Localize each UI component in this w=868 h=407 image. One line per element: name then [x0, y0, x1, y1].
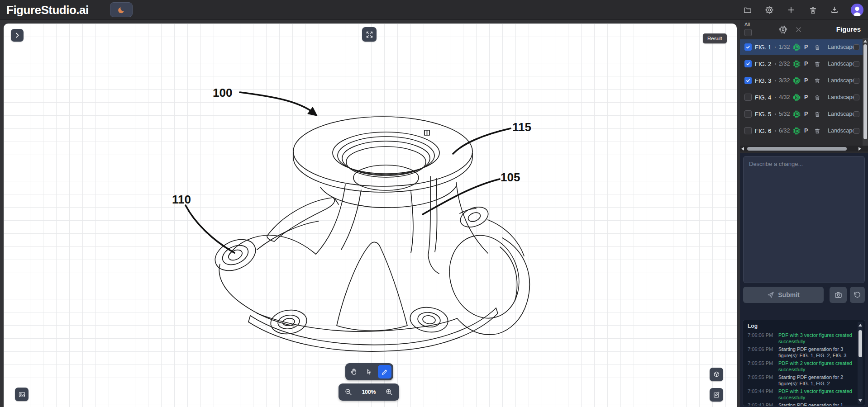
settings-button[interactable]: [764, 5, 775, 15]
figure-delete-icon[interactable]: [814, 128, 820, 134]
figure-orientation-label: Landscape: [828, 44, 853, 50]
figure-name: FIG. 5: [755, 111, 774, 118]
pan-tool-button[interactable]: [347, 365, 361, 379]
figure-delete-icon[interactable]: [814, 44, 820, 51]
draw-tool-button[interactable]: [378, 365, 391, 379]
theme-toggle-button[interactable]: [110, 2, 133, 17]
landscape-checkbox[interactable]: [854, 128, 859, 134]
folder-icon: [743, 5, 752, 14]
figure-checkbox[interactable]: [744, 77, 752, 84]
figure-row[interactable]: FIG. 2 2/32 P Landscape: [740, 56, 863, 71]
vectorize-chip-icon[interactable]: [793, 127, 801, 135]
vectorize-chip-icon[interactable]: [793, 60, 801, 68]
user-avatar[interactable]: [851, 4, 863, 16]
app-logo: FigureStudio.ai: [6, 3, 89, 17]
scroll-up-arrow-icon[interactable]: [863, 40, 867, 43]
vectorize-chip-icon[interactable]: [793, 43, 801, 51]
download-button[interactable]: [829, 5, 840, 15]
annotate-button[interactable]: [710, 388, 723, 402]
figure-name: FIG. 6: [755, 128, 774, 134]
process-all-button[interactable]: [779, 25, 787, 34]
figure-list-hscrollbar[interactable]: [740, 146, 868, 151]
folder-button[interactable]: [742, 5, 753, 15]
figure-row[interactable]: FIG. 5 5/32 P Landscape: [740, 106, 863, 122]
figure-checkbox[interactable]: [744, 43, 752, 51]
figure-row[interactable]: FIG. 3 3/32 P Landscape: [740, 73, 863, 88]
figure-row[interactable]: FIG. 6 6/32 P Landscape: [740, 123, 863, 138]
gear-icon: [765, 5, 774, 14]
figure-checkbox[interactable]: [744, 60, 752, 67]
delete-button[interactable]: [807, 5, 818, 15]
figure-delete-icon[interactable]: [814, 94, 820, 101]
sidebar-title: Figures: [836, 25, 861, 33]
select-tool-button[interactable]: [362, 365, 376, 379]
figure-name: FIG. 3: [755, 77, 774, 84]
figure-p-label: P: [804, 94, 809, 100]
log-scrollbar[interactable]: [858, 322, 863, 404]
image-export-button[interactable]: [15, 388, 29, 401]
figure-page-count: 4/32: [779, 94, 792, 100]
figure-row[interactable]: FIG. 4 4/32 P Landscape: [740, 90, 863, 105]
figure-page-count: 3/32: [779, 77, 792, 84]
reset-button[interactable]: [850, 287, 865, 303]
log-timestamp: 7:05:55 PM: [748, 374, 776, 387]
download-icon: [830, 5, 839, 14]
landscape-checkbox[interactable]: [854, 78, 859, 84]
drawing-canvas[interactable]: 100 115 105 110 Result: [4, 24, 737, 407]
figure-checkbox[interactable]: [744, 94, 752, 101]
leader-lines: [186, 92, 510, 253]
cursor-icon: [366, 368, 373, 376]
hscrollbar-thumb[interactable]: [747, 147, 847, 151]
submit-button[interactable]: Submit: [743, 287, 824, 303]
landscape-checkbox[interactable]: [854, 111, 859, 117]
arrowhead: [307, 107, 318, 116]
tool-group: [345, 363, 393, 380]
figure-p-label: P: [804, 128, 809, 134]
figure-p-label: P: [804, 111, 809, 117]
log-scrollbar-thumb[interactable]: [858, 330, 862, 357]
select-all-checkbox[interactable]: [744, 29, 752, 36]
view-3d-button[interactable]: [710, 368, 723, 381]
x-icon: [795, 26, 802, 33]
landscape-checkbox[interactable]: [854, 44, 859, 50]
figure-name: FIG. 1: [755, 44, 774, 51]
landscape-checkbox[interactable]: [854, 61, 859, 67]
separator-dot-icon: [775, 97, 776, 98]
figure-delete-icon[interactable]: [814, 111, 820, 118]
add-button[interactable]: [786, 5, 796, 15]
figure-checkbox[interactable]: [744, 127, 752, 134]
send-icon: [767, 291, 774, 298]
figure-checkbox[interactable]: [744, 110, 752, 118]
log-entry: 7:05:44 PM PDF with 1 vector figures cre…: [748, 388, 855, 401]
figure-orientation-label: Landscape: [828, 94, 853, 100]
sidebar-expand-button[interactable]: [11, 29, 24, 42]
log-scroll-down-icon[interactable]: [858, 399, 862, 402]
scroll-left-arrow-icon[interactable]: [741, 147, 744, 151]
log-title: Log: [748, 323, 758, 329]
camera-icon: [835, 291, 842, 299]
fullscreen-button[interactable]: [362, 27, 377, 42]
vectorize-chip-icon[interactable]: [793, 110, 801, 118]
cancel-button[interactable]: [795, 26, 802, 33]
zoom-in-button[interactable]: [384, 387, 395, 398]
edit-panel: Submit Log 7:06:06 PM: [740, 153, 868, 407]
figure-delete-icon[interactable]: [814, 61, 820, 67]
log-scroll-up-icon[interactable]: [858, 324, 862, 327]
change-description-input[interactable]: [743, 156, 865, 283]
scroll-right-arrow-icon[interactable]: [858, 147, 861, 151]
result-button[interactable]: Result: [703, 33, 727, 43]
screenshot-button[interactable]: [830, 287, 847, 303]
figure-list-scrollbar[interactable]: [863, 38, 868, 146]
zoom-out-button[interactable]: [343, 387, 354, 398]
vectorize-chip-icon[interactable]: [793, 94, 801, 101]
vectorize-chip-icon[interactable]: [793, 77, 801, 85]
separator-dot-icon: [775, 47, 776, 48]
ref-label-110: 110: [172, 193, 191, 207]
separator-dot-icon: [775, 114, 776, 115]
cube-icon: [713, 371, 720, 379]
figure-delete-icon[interactable]: [814, 77, 820, 84]
scrollbar-thumb[interactable]: [863, 44, 867, 139]
landscape-checkbox[interactable]: [854, 95, 859, 100]
figure-name: FIG. 4: [755, 94, 774, 101]
figure-row[interactable]: FIG. 1 1/32 P Landscape: [740, 39, 863, 55]
